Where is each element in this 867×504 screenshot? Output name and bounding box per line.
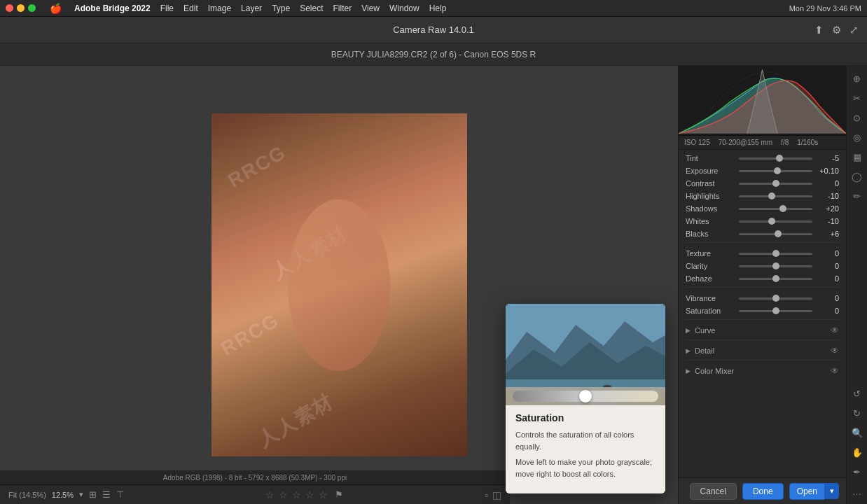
open-dropdown-button[interactable]: ▾ [825, 483, 839, 499]
shadows-thumb[interactable] [779, 205, 786, 212]
vibrance-track[interactable] [739, 298, 812, 300]
crop-tool-icon[interactable]: ✂ [849, 90, 866, 106]
color-mixer-section-header[interactable]: ▶ Color Mixer 👁 [686, 360, 839, 380]
spot-removal-icon[interactable]: ⊙ [849, 109, 866, 126]
eyedropper-icon[interactable]: ✒ [849, 463, 866, 480]
vibrance-label: Vibrance [686, 294, 735, 302]
cancel-button[interactable]: Cancel [690, 483, 737, 500]
compare-single-icon[interactable]: ▫ [485, 489, 488, 500]
vibrance-thumb[interactable] [772, 295, 779, 302]
contrast-thumb[interactable] [772, 180, 779, 187]
zoom-tool-icon[interactable]: ⊕ [849, 70, 866, 87]
saturation-thumb[interactable] [772, 307, 779, 314]
star-1[interactable]: ☆ [265, 489, 275, 500]
tint-thumb[interactable] [776, 155, 783, 162]
zoom-dropdown-arrow[interactable]: ▾ [79, 490, 83, 499]
exposure-track[interactable] [739, 170, 812, 172]
menu-type[interactable]: Type [272, 4, 290, 13]
tint-track[interactable] [739, 158, 812, 160]
menu-image[interactable]: Image [208, 4, 231, 13]
zoom-in-icon[interactable]: 🔍 [849, 424, 866, 441]
fullscreen-icon[interactable]: ⤢ [849, 24, 859, 36]
lens-info: 70-200@155 mm [719, 139, 772, 146]
graduated-filter-icon[interactable]: ▦ [849, 148, 866, 165]
star-2[interactable]: ☆ [279, 489, 288, 500]
menu-select[interactable]: Select [300, 4, 323, 13]
share-icon[interactable]: ⬆ [814, 24, 824, 36]
close-button[interactable] [6, 4, 13, 12]
radial-filter-icon[interactable]: ◯ [849, 168, 866, 185]
curve-section-label-group: ▶ Curve [686, 326, 715, 335]
list-view-icon[interactable]: ☰ [102, 489, 111, 500]
curve-eye-icon[interactable]: 👁 [831, 326, 839, 335]
highlights-thumb[interactable] [768, 192, 775, 200]
apple-menu[interactable]: 🍎 [50, 3, 62, 14]
dehaze-thumb[interactable] [772, 275, 779, 282]
clarity-thumb[interactable] [772, 262, 779, 270]
detail-section-label-group: ▶ Detail [686, 346, 714, 355]
curve-section-header[interactable]: ▶ Curve 👁 [686, 319, 839, 340]
photo-container: RRCG 人人素材 RRCG 人人素材 [211, 113, 467, 456]
shadows-value: +20 [817, 204, 839, 213]
detail-eye-icon[interactable]: 👁 [831, 346, 839, 356]
grid-view-icon[interactable]: ⊞ [89, 489, 97, 500]
exposure-value: +0.10 [817, 167, 839, 175]
dehaze-track[interactable] [739, 278, 812, 280]
menu-view[interactable]: View [361, 4, 380, 13]
menu-filter[interactable]: Filter [333, 4, 352, 13]
saturation-track[interactable] [739, 310, 812, 312]
titlebar: Camera Raw 14.0.1 ⬆ ⚙ ⤢ [0, 17, 867, 43]
open-button[interactable]: Open [789, 483, 825, 500]
whites-track[interactable] [739, 220, 812, 223]
menu-layer[interactable]: Layer [241, 4, 262, 13]
color-mixer-eye-icon[interactable]: 👁 [831, 366, 839, 376]
texture-track[interactable] [739, 253, 812, 255]
adjustment-brush-icon[interactable]: ✏ [849, 188, 866, 204]
blacks-value: +6 [817, 230, 839, 238]
color-mixer-chevron-icon: ▶ [686, 368, 691, 374]
more-options-icon[interactable]: … [849, 483, 866, 500]
highlights-track[interactable] [739, 195, 812, 197]
menubar: 🍎 Adobe Bridge 2022 File Edit Image Laye… [0, 0, 867, 17]
star-4[interactable]: ☆ [305, 489, 314, 500]
tooltip-preview-image [506, 304, 665, 405]
filter-icon[interactable]: ⊤ [116, 489, 124, 500]
flag-icon[interactable]: ⚑ [335, 489, 343, 500]
menu-file[interactable]: File [160, 4, 174, 13]
compare-split-icon[interactable]: ◫ [492, 489, 501, 500]
minimize-button[interactable] [17, 4, 25, 12]
tooltip-slider[interactable] [513, 391, 658, 402]
tooltip-desc2: Move left to make your photo grayscale; … [515, 456, 656, 479]
contrast-track[interactable] [739, 183, 812, 185]
saturation-tooltip: Saturation Controls the saturation of al… [506, 304, 665, 493]
tooltip-thumb[interactable] [579, 390, 592, 402]
redeye-icon[interactable]: ◎ [849, 129, 866, 146]
action-bar: Cancel Done Open ▾ [679, 477, 846, 504]
detail-chevron-icon: ▶ [686, 347, 691, 354]
menu-edit[interactable]: Edit [183, 4, 198, 13]
menu-window[interactable]: Window [389, 4, 419, 13]
menu-help[interactable]: Help [429, 4, 447, 13]
highlights-label: Highlights [686, 192, 735, 200]
blacks-track[interactable] [739, 233, 812, 235]
maximize-button[interactable] [28, 4, 36, 12]
rotate-right-icon[interactable]: ↻ [849, 405, 866, 421]
star-5[interactable]: ☆ [319, 489, 328, 500]
dehaze-row: Dehaze 0 [686, 274, 839, 283]
zoom-value[interactable]: 12.5% [52, 491, 74, 499]
star-3[interactable]: ☆ [292, 489, 301, 500]
texture-thumb[interactable] [772, 250, 779, 257]
shadows-track[interactable] [739, 208, 812, 210]
detail-section-header[interactable]: ▶ Detail 👁 [686, 340, 839, 360]
done-button[interactable]: Done [742, 483, 784, 500]
texture-row: Texture 0 [686, 249, 839, 258]
traffic-lights [6, 4, 36, 12]
whites-thumb[interactable] [768, 218, 775, 225]
blacks-thumb[interactable] [775, 230, 782, 237]
rotate-left-icon[interactable]: ↺ [849, 385, 866, 402]
titlebar-icons: ⬆ ⚙ ⤢ [814, 24, 859, 36]
hand-tool-icon[interactable]: ✋ [849, 444, 866, 461]
exposure-thumb[interactable] [774, 167, 781, 174]
settings-icon[interactable]: ⚙ [832, 24, 841, 36]
clarity-track[interactable] [739, 265, 812, 267]
